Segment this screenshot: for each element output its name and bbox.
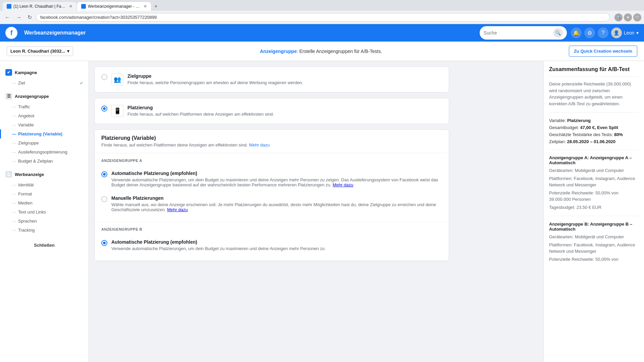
panel-group-b: Anzeigengruppe B: Anzeigengruppe B – Aut… xyxy=(549,222,639,262)
auto-placement-b-title: Automatische Platzierung (empfohlen) xyxy=(111,239,325,245)
settings-icon[interactable]: ⚙ xyxy=(584,27,595,38)
sidebar-item-variable[interactable]: Variable xyxy=(0,120,89,129)
sidebar-item-medien[interactable]: Medien xyxy=(0,198,89,207)
panel-divider-1 xyxy=(549,112,639,113)
platzierung-radio[interactable] xyxy=(101,106,107,112)
content-inner: 👥 Zielgruppe Finde heraus, welche Person… xyxy=(89,61,454,272)
page-title-section: Anzeigengruppe: Erstelle Anzeigengruppen… xyxy=(260,49,382,54)
budget-label: Gesamtbudget: xyxy=(549,125,579,130)
campaign-icon: ✔ xyxy=(5,69,12,76)
zeitplan-value: 28.05.2020 – 01.06.2020 xyxy=(567,139,616,144)
tracking-label: Tracking xyxy=(18,228,35,233)
campaign-label: Kampagne xyxy=(15,70,37,75)
forward-button[interactable]: → xyxy=(14,13,23,22)
help-icon[interactable]: ? xyxy=(598,27,608,38)
manual-placement-a-radio[interactable] xyxy=(101,196,107,202)
text-links-label: Text und Links xyxy=(18,209,46,215)
page-header: Leon R. Chaudhari (3032... ▾ Anzeigengru… xyxy=(0,42,644,61)
manual-placement-a-title: Manuelle Platzierungen xyxy=(111,195,442,201)
sidebar-item-text-links[interactable]: Text und Links xyxy=(0,207,89,217)
reload-button[interactable]: ↻ xyxy=(25,13,34,22)
search-input[interactable] xyxy=(484,30,551,36)
panel-teststaerke: Geschätzte Teststärke des Tests: 80% xyxy=(549,132,639,137)
back-button[interactable]: ← xyxy=(3,13,12,22)
panel-group-a-plattform: Plattformen: Facebook, Instagram, Audien… xyxy=(549,175,639,188)
sidebar-item-zielgruppe[interactable]: Zielgruppe xyxy=(0,138,89,147)
tab-close-1[interactable]: ✕ xyxy=(69,4,72,9)
user-menu[interactable]: 👤 Leon ▾ xyxy=(611,27,639,38)
platzierung-text: Platzierung Finde heraus, auf welchen Pl… xyxy=(127,105,274,117)
sidebar-campaign-header: ✔ Kampagne xyxy=(0,66,89,78)
budget-value: 47,00 €, Even Split xyxy=(580,125,618,130)
auto-placement-a-radio[interactable] xyxy=(101,171,107,177)
platzierung-title: Platzierung xyxy=(127,105,274,110)
sidebar-item-angebot[interactable]: Angebot xyxy=(0,111,89,120)
sidebar-item-sprachen[interactable]: Sprachen xyxy=(0,217,89,226)
tab-close-2[interactable]: ✕ xyxy=(144,4,147,9)
variable-label: Variable xyxy=(18,122,34,127)
zielgruppe-radio[interactable] xyxy=(101,74,107,80)
sidebar-item-budget[interactable]: Budget & Zeitplan xyxy=(0,157,89,166)
teststaerke-value: 80% xyxy=(614,132,623,137)
variable-label: Variable: xyxy=(549,118,566,123)
tab-title-2: Werbeanzeigenmanager - Cre... xyxy=(88,4,142,9)
werbeanzeige-label: Werbeanzeige xyxy=(15,172,44,177)
panel-group-b-plattform: Plattformen: Facebook, Instagram, Audien… xyxy=(549,242,639,255)
tab-favicon-2 xyxy=(81,4,86,9)
auto-placement-b: Automatische Platzierung (empfohlen) Ver… xyxy=(101,235,442,255)
account-selector[interactable]: Leon R. Chaudhari (3032... ▾ xyxy=(7,46,73,56)
panel-group-a-geraet: Gerätearten: Mobilgerät und Computer xyxy=(549,167,639,174)
close-button[interactable]: Schließen xyxy=(0,237,89,253)
werbeanzeige-icon: 📄 xyxy=(5,171,12,178)
add-tab-button[interactable]: + xyxy=(152,2,160,11)
anzeigengruppe-label: Anzeigengruppe xyxy=(15,94,49,99)
sidebar-item-identitaet[interactable]: Identität xyxy=(0,180,89,189)
browser-tab-1[interactable]: (1) Leon R. Chaudhari | Faceb... ✕ xyxy=(3,2,76,11)
variable-section: Platzierung (Variable) Finde heraus, auf… xyxy=(94,129,449,261)
quick-creation-button[interactable]: Zu Quick Creation wechseln xyxy=(569,46,637,57)
sidebar-anzeigengruppe-header: ☰ Anzeigengruppe xyxy=(0,90,89,102)
auto-placement-b-radio[interactable] xyxy=(101,240,107,246)
platzierung-option: 📱 Platzierung Finde heraus, auf welchen … xyxy=(95,98,449,124)
browser-tab-2[interactable]: Werbeanzeigenmanager - Cre... ✕ xyxy=(77,2,151,11)
variable-description: Finde heraus, auf welchen Plattformen de… xyxy=(101,142,442,147)
sidebar-item-format[interactable]: Format xyxy=(0,189,89,198)
ad-group-a-label: ANZEIGENGRUPPE A xyxy=(101,159,442,163)
sidebar-werbeanzeige-section: 📄 Werbeanzeige Identität Format Medien T… xyxy=(0,168,89,235)
sidebar-item-ziel[interactable]: Ziel ✓ xyxy=(0,78,89,87)
avatar: 👤 xyxy=(611,27,622,38)
bell-icon[interactable]: 🔔 xyxy=(571,27,582,38)
panel-group-a-title: Anzeigengruppe A: Anzeigengruppe A – Aut… xyxy=(549,155,639,165)
sidebar-item-platzierung[interactable]: Platzierung (Variable) xyxy=(0,129,89,138)
ad-group-b-label: ANZEIGENGRUPPE B xyxy=(101,227,442,231)
auto-placement-b-text: Automatische Platzierung (empfohlen) Ver… xyxy=(111,239,325,251)
sidebar-item-tracking[interactable]: Tracking xyxy=(0,226,89,235)
panel-group-b-title: Anzeigengruppe B: Anzeigengruppe B – Aut… xyxy=(549,222,639,232)
right-panel: Zusammenfassung für A/B-Test Deine poten… xyxy=(543,61,644,362)
search-button[interactable]: 🔍 xyxy=(553,28,563,38)
mehr-dazu-link-variable[interactable]: Mehr dazu xyxy=(249,142,270,147)
sidebar-werbeanzeige-header: 📄 Werbeanzeige xyxy=(0,168,89,180)
tab-favicon-1 xyxy=(7,4,11,9)
breadcrumb-rest: : Erstelle Anzeigengruppen für A/B-Tests… xyxy=(297,49,382,54)
fb-logo: f xyxy=(5,27,17,39)
main-layout: ✔ Kampagne Ziel ✓ ☰ Anzeigengruppe Traff… xyxy=(0,61,644,362)
panel-group-a-reichweite: Potenzielle Reichweite: 50,00% von 39.00… xyxy=(549,190,639,203)
search-bar[interactable]: 🔍 xyxy=(480,26,567,40)
zielgruppe-card: 👥 Zielgruppe Finde heraus, welche Person… xyxy=(94,66,449,93)
browser-chrome: (1) Leon R. Chaudhari | Faceb... ✕ Werbe… xyxy=(0,0,644,11)
auto-placement-a: Automatische Platzierung (empfohlen) Ver… xyxy=(101,167,442,191)
panel-description: Deine potenzielle Reichweite (39.000.000… xyxy=(549,81,639,107)
sidebar-item-traffic[interactable]: Traffic xyxy=(0,102,89,111)
ad-group-b-section: ANZEIGENGRUPPE B Automatische Platzierun… xyxy=(95,222,449,261)
zielgruppe-text: Zielgruppe Finde heraus, welche Personen… xyxy=(127,73,303,85)
medien-label: Medien xyxy=(18,200,33,205)
sidebar-item-auslieferung[interactable]: Auslieferungsoptimierung xyxy=(0,147,89,157)
zeitplan-label: Zeitplan: xyxy=(549,139,566,144)
auto-placement-a-mehr-link[interactable]: Mehr dazu xyxy=(333,182,353,187)
manual-placement-a-mehr-link[interactable]: Mehr dazu xyxy=(167,207,187,212)
tab-title-1: (1) Leon R. Chaudhari | Faceb... xyxy=(13,4,67,9)
panel-title: Zusammenfassung für A/B-Test xyxy=(549,66,639,77)
zielgruppe-label: Zielgruppe xyxy=(18,140,39,145)
address-bar[interactable] xyxy=(36,13,610,21)
